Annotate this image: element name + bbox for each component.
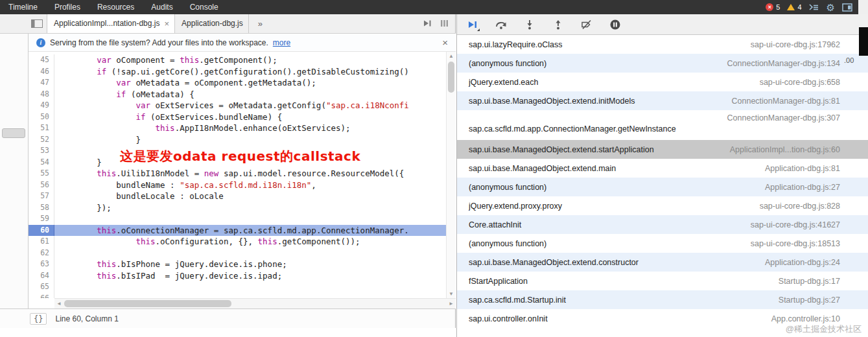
line-number[interactable]: 54 (29, 157, 54, 168)
callstack-frame[interactable]: fStartApplicationStartup-dbg.js:17 (457, 272, 868, 290)
code-line[interactable]: 58 }); (29, 202, 456, 214)
editor-columns-icon[interactable] (440, 18, 449, 30)
file-tab[interactable]: ApplicationImpl...ntation-dbg.js× (47, 14, 175, 33)
code-line[interactable]: 46 if (!sap.ui.getCore().getConfiguratio… (29, 66, 456, 78)
panel-tab-profiles[interactable]: Profiles (46, 0, 89, 14)
pretty-print-button[interactable]: {} (30, 313, 47, 325)
code-text[interactable]: var oComponent = this.getComponent(); (54, 54, 456, 66)
file-tab[interactable]: Application-dbg.js (175, 14, 249, 33)
callstack-frame[interactable]: (anonymous function)Application-dbg.js:2… (457, 178, 868, 196)
line-number[interactable]: 64 (29, 270, 54, 282)
infobar-close-icon[interactable]: × (442, 37, 448, 48)
callstack-frame[interactable]: (anonymous function)sap-ui-core-dbg.js:1… (457, 234, 868, 253)
code-line[interactable]: 65 (29, 281, 456, 293)
code-line[interactable]: 52 } (29, 134, 456, 146)
code-line[interactable]: 64 this.bIsIPad = jQuery.device.is.ipad; (29, 270, 456, 282)
code-text[interactable]: this.UilibI18nModel = new sap.ui.model.r… (54, 168, 456, 180)
code-line[interactable]: 57 bundleLocale : oLocale (29, 191, 456, 202)
line-number[interactable]: 47 (29, 77, 54, 89)
line-number[interactable]: 57 (29, 191, 54, 202)
code-line[interactable]: 61 this.oConfiguration, {}, this.getComp… (29, 236, 456, 248)
code-line[interactable]: 62 (29, 248, 456, 259)
code-text[interactable]: bundleLocale : oLocale (54, 191, 456, 202)
scroll-left-icon[interactable]: ◄ (54, 299, 64, 308)
line-number[interactable]: 62 (29, 248, 54, 259)
line-number[interactable]: 45 (29, 54, 54, 66)
splitter-handle[interactable] (2, 128, 25, 138)
scroll-down-icon[interactable]: ▼ (447, 290, 456, 298)
panel-tab-console[interactable]: Console (182, 0, 227, 14)
code-line[interactable]: 60 this.oConnectionManager = sap.ca.scfl… (29, 225, 456, 237)
line-number[interactable]: 63 (29, 259, 54, 270)
code-text[interactable] (54, 248, 456, 259)
deactivate-breakpoints-icon[interactable] (579, 17, 594, 32)
panel-tab-timeline[interactable]: Timeline (0, 0, 46, 14)
code-text[interactable]: if (!sap.ui.getCore().getConfiguration()… (54, 66, 456, 78)
code-text[interactable]: if (oMetadata) { (54, 89, 456, 100)
pause-on-exceptions-icon[interactable] (607, 17, 623, 32)
line-number[interactable]: 52 (29, 134, 54, 146)
code-line[interactable]: 56 bundleName : "sap.ca.scfld.md.i18n.i1… (29, 180, 456, 191)
code-line[interactable]: 47 var oMetadata = oComponent.getMetadat… (29, 77, 456, 89)
code-line[interactable]: 59 (29, 213, 456, 225)
callstack-frame[interactable]: jQuery.extend.proxy.proxysap-ui-core-dbg… (457, 196, 868, 215)
callstack-frame[interactable]: sap.ui.base.ManagedObject.extend.initMod… (457, 91, 868, 110)
code-text[interactable]: this.bIsIPad = jQuery.device.is.ipad; (54, 270, 456, 282)
resume-button[interactable] (465, 17, 480, 32)
line-number[interactable]: 60 (29, 225, 54, 237)
code-text[interactable]: this.oConfiguration, {}, this.getCompone… (54, 236, 456, 248)
step-over-icon[interactable] (493, 17, 509, 32)
code-text[interactable]: this.AppI18nModel.enhance(oExtServices); (54, 122, 456, 134)
panel-tab-resources[interactable]: Resources (89, 0, 143, 14)
code-line[interactable]: 66 (29, 293, 456, 299)
code-text[interactable]: var oMetadata = oComponent.getMetadata()… (54, 77, 456, 89)
line-number[interactable]: 51 (29, 122, 54, 134)
editor-vertical-scrollbar[interactable]: ▲ ▼ (446, 52, 456, 298)
line-number[interactable]: 66 (29, 293, 54, 299)
tab-overflow-icon[interactable]: » (258, 19, 263, 29)
line-number[interactable]: 53 (29, 145, 54, 157)
line-number[interactable]: 65 (29, 281, 54, 293)
code-text[interactable]: this.bIsPhone = jQuery.device.is.phone; (54, 259, 456, 270)
callstack-frame[interactable]: Core.attachInitsap-ui-core-dbg.js:41627 (457, 215, 868, 234)
close-tab-icon[interactable]: × (164, 19, 169, 28)
code-text[interactable]: } (54, 134, 456, 146)
vertical-scroll-thumb[interactable] (448, 62, 454, 93)
code-line[interactable]: 50 if (oExtServices.bundleName) { (29, 111, 456, 123)
code-line[interactable]: 45 var oComponent = this.getComponent(); (29, 54, 456, 66)
step-into-icon[interactable] (522, 17, 537, 32)
code-text[interactable]: bundleName : "sap.ca.scfld.md.i18n.i18n"… (54, 180, 456, 191)
code-line[interactable]: 55 this.UilibI18nModel = new sap.ui.mode… (29, 168, 456, 180)
callstack-frame[interactable]: sap.ui.base.ManagedObject.extend.constru… (457, 253, 868, 272)
line-number[interactable]: 50 (29, 111, 54, 123)
line-number[interactable]: 46 (29, 66, 54, 78)
callstack-frame[interactable]: sap.ui.base.ManagedObject.extend.startAp… (457, 140, 868, 159)
line-number[interactable]: 49 (29, 100, 54, 111)
callstack-frame[interactable]: sap.ui.base.ManagedObject.extend.mainApp… (457, 159, 868, 178)
code-line[interactable]: 63 this.bIsPhone = jQuery.device.is.phon… (29, 259, 456, 270)
step-out-icon[interactable] (550, 17, 566, 32)
code-text[interactable] (54, 281, 456, 293)
line-number[interactable]: 59 (29, 213, 54, 225)
callstack-frame[interactable]: sap.ca.scfld.md.Startup.initStartup-dbg.… (457, 290, 868, 309)
code-line[interactable]: 49 var oExtServices = oMetadata.getConfi… (29, 100, 456, 111)
line-number[interactable]: 58 (29, 202, 54, 214)
panel-tab-audits[interactable]: Audits (143, 0, 181, 14)
horizontal-scroll-thumb[interactable] (64, 300, 231, 307)
line-number[interactable]: 48 (29, 89, 54, 100)
error-badge[interactable]: × 5 (766, 3, 780, 11)
code-text[interactable] (54, 213, 456, 225)
code-text[interactable]: if (oExtServices.bundleName) { (54, 111, 456, 123)
code-text[interactable]: }); (54, 202, 456, 214)
callstack-frame[interactable]: sap.ui.lazyRequire.oClasssap-ui-core-dbg… (457, 35, 868, 54)
line-number[interactable]: 55 (29, 168, 54, 180)
callstack-frame[interactable]: jQuery.extend.eachsap-ui-core-dbg.js:658 (457, 73, 868, 91)
code-line[interactable]: 48 if (oMetadata) { (29, 89, 456, 100)
line-number[interactable]: 56 (29, 180, 54, 191)
scroll-up-icon[interactable]: ▲ (447, 52, 456, 60)
code-text[interactable]: var oExtServices = oMetadata.getConfig("… (54, 100, 456, 111)
editor-horizontal-scrollbar[interactable]: ◄ ► (54, 298, 456, 308)
dock-side-icon[interactable] (842, 3, 852, 12)
callstack-frame[interactable]: (anonymous function)ConnectionManager-db… (457, 54, 868, 73)
code-editor[interactable]: 45 var oComponent = this.getComponent();… (29, 52, 456, 298)
